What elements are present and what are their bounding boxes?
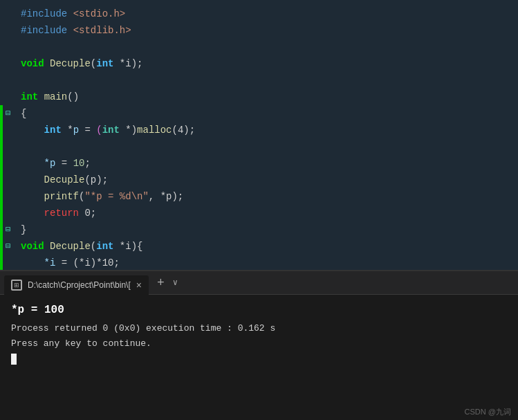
gutter-bar-16: [0, 255, 3, 270]
token: , *p);: [149, 188, 183, 205]
gutter-bar-11: [0, 172, 3, 188]
code-line-13: return 0;: [21, 205, 518, 221]
token: main: [44, 89, 68, 105]
token: return: [44, 205, 79, 221]
token: 10: [73, 155, 85, 172]
code-line-3: [21, 39, 518, 55]
code-line-6: int main(): [21, 89, 518, 105]
code-content: #include <stdio.h> #include <stdlib.h> v…: [0, 0, 518, 270]
token: <stdio.h>: [73, 6, 126, 22]
terminal-new-tab-button[interactable]: +: [151, 276, 170, 290]
token: *): [120, 122, 137, 138]
token: #include: [21, 22, 73, 39]
token: [38, 89, 44, 105]
token: [21, 155, 44, 172]
token: (: [96, 122, 102, 138]
collapse-icon-15[interactable]: ⊟: [6, 238, 10, 255]
token: *p: [44, 155, 56, 172]
terminal-cursor: [11, 354, 17, 365]
token: [44, 238, 50, 255]
gutter-bar-14: [0, 221, 3, 238]
terminal-tab-icon: ⊞: [11, 280, 22, 291]
token: =: [55, 255, 73, 270]
token: Decuple: [44, 172, 85, 188]
token: }: [21, 221, 26, 238]
code-editor: #include <stdio.h> #include <stdlib.h> v…: [0, 0, 518, 270]
token: [21, 172, 44, 188]
gutter-bar-8: [0, 122, 3, 138]
terminal-info-line-2: Press any key to continue.: [11, 336, 507, 351]
token: Decuple: [50, 238, 91, 255]
token: {: [21, 105, 26, 122]
code-line-11: Decuple(p);: [21, 172, 518, 188]
token: [44, 55, 50, 72]
token: (: [79, 188, 84, 205]
token: [21, 188, 44, 205]
token: =: [55, 155, 73, 172]
token: *i: [44, 255, 56, 270]
gutter-bar-15: [0, 238, 3, 255]
code-line-8: int *p = (int *)malloc(4);: [21, 122, 518, 138]
terminal-tab-label: D:\catch\Cproject\Point\bin\[: [28, 280, 131, 290]
token: (: [91, 55, 96, 72]
terminal-close-button[interactable]: ×: [136, 280, 142, 290]
code-line-4: void Decuple(int *i);: [21, 55, 518, 72]
token: *i){: [113, 238, 142, 255]
token: printf: [44, 188, 79, 205]
token: malloc: [137, 122, 172, 138]
gutter-bar-7: [0, 105, 3, 122]
terminal-info-line-1: Process returned 0 (0x0) execution time …: [11, 321, 507, 336]
gutter-bar-12: [0, 188, 3, 205]
token: *: [62, 122, 73, 138]
token: Decuple: [50, 55, 91, 72]
token: int: [96, 55, 113, 72]
code-line-5: [21, 72, 518, 89]
token: int: [96, 238, 113, 255]
code-line-9: [21, 138, 518, 155]
gutter-bar-9: [0, 138, 3, 155]
terminal-tab-bar: ⊞ D:\catch\Cproject\Point\bin\[ × + ∨: [0, 271, 518, 295]
gutter-bar-10: [0, 155, 3, 172]
token: int: [21, 89, 38, 105]
token: void: [21, 238, 44, 255]
code-line-10: *p = 10;: [21, 155, 518, 172]
token: =: [79, 122, 96, 138]
watermark: CSDN @九词: [465, 407, 511, 417]
terminal-tab[interactable]: ⊞ D:\catch\Cproject\Point\bin\[ ×: [4, 275, 149, 295]
gutter-bar-13: [0, 205, 3, 221]
code-line-16: *i = (*i)*10;: [21, 255, 518, 270]
token: [21, 255, 44, 270]
token: void: [21, 55, 44, 72]
terminal: ⊞ D:\catch\Cproject\Point\bin\[ × + ∨ *p…: [0, 270, 518, 420]
terminal-cursor-line: [11, 351, 507, 368]
token: *i);: [113, 55, 142, 72]
token: 0;: [79, 205, 96, 221]
token: ;: [84, 155, 90, 172]
collapse-icon-14[interactable]: ⊟: [6, 221, 10, 238]
code-line-12: printf("*p = %d\n", *p);: [21, 188, 518, 205]
token: (p);: [84, 172, 108, 188]
token: p: [73, 122, 79, 138]
token: int: [102, 122, 120, 138]
token: #include: [21, 6, 73, 22]
token: "*p = %d\n": [84, 188, 148, 205]
code-line-7: ⊟ {: [21, 105, 518, 122]
token: (: [91, 238, 96, 255]
code-line-1: #include <stdio.h>: [21, 6, 518, 22]
terminal-result-line: *p = 100: [11, 302, 507, 318]
token: [21, 205, 44, 221]
token: (4);: [172, 122, 196, 138]
token: (): [67, 89, 79, 105]
collapse-icon-7[interactable]: ⊟: [6, 105, 10, 122]
token: (*i)*10;: [73, 255, 120, 270]
terminal-output: *p = 100 Process returned 0 (0x0) execut…: [0, 295, 518, 375]
code-line-15: ⊟ void Decuple(int *i){: [21, 238, 518, 255]
terminal-info-line-2-text: Press any key to continue.: [11, 338, 151, 349]
terminal-tab-chevron[interactable]: ∨: [170, 277, 181, 288]
code-line-2: #include <stdlib.h>: [21, 22, 518, 39]
code-line-14: ⊟ }: [21, 221, 518, 238]
token: <stdlib.h>: [73, 22, 131, 39]
